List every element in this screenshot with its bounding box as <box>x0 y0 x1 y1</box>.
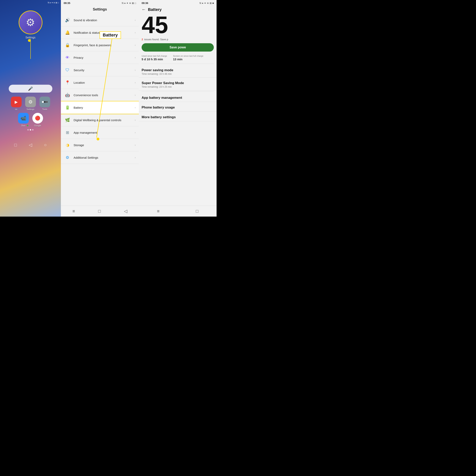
app-row-2: 📹 Duo 🔴 Google <box>18 113 43 127</box>
convenience-icon: 🤖 <box>64 92 71 98</box>
additional-label: Additional Settings <box>74 156 135 159</box>
fingerprint-chevron: › <box>135 43 136 47</box>
battery-bottom-nav: ≡ □ <box>139 206 217 217</box>
home-screen: N ♦ ✦ ≋ ⊠ □ ⚙ Settings 🎤 ▶ os ⚙ Set <box>0 0 61 217</box>
settings-item-security[interactable]: 🛡 Security › <box>61 64 139 76</box>
settings-item-battery[interactable]: 🔋 Battery › <box>61 101 139 114</box>
settings-time: 09:35 <box>64 1 70 5</box>
app-os-icon: ▶ <box>11 97 22 107</box>
mic-icon[interactable]: 🎤 <box>28 86 33 91</box>
settings-item-sound[interactable]: 🔊 Sound & vibration › <box>61 14 139 26</box>
home-status-bar: N ♦ ✦ ≋ ⊠ □ <box>0 0 61 5</box>
battery-nav-home[interactable]: □ <box>196 209 198 214</box>
page-dot-2 <box>30 129 31 131</box>
settings-item-privacy[interactable]: 👁 Privacy › <box>61 51 139 64</box>
apps-icon: ⊞ <box>64 129 71 136</box>
save-power-label: Save powe <box>170 46 186 49</box>
location-label: Location <box>74 81 135 84</box>
settings-item-wellbeing[interactable]: 🌿 Digital Wellbeing & parental controls … <box>61 114 139 126</box>
search-bar[interactable]: 🎤 <box>9 85 52 93</box>
app-google[interactable]: 🔴 Google <box>32 113 43 127</box>
fingerprint-label: Fingerprint, face & password <box>74 43 135 47</box>
back-button[interactable]: ← <box>142 7 146 12</box>
battery-status-bar: 09:36 N ♦ ✦ ≋ ⊠ ■ <box>139 0 217 5</box>
settings-item-additional[interactable]: ⚙ Additional Settings › <box>61 151 139 164</box>
super-saving-subtitle: Time remaining: 23 h 25 min <box>142 85 214 88</box>
page-indicators <box>27 129 34 131</box>
battery-divider-1 <box>142 64 214 64</box>
settings-screen: 09:35 N ♦ ✦ ≋ ⊠ □ Settings Battery 🔊 Sou… <box>61 0 139 217</box>
battery-menu-power-saving[interactable]: Power saving mode Time remaining: 15 h 4… <box>139 65 217 78</box>
battery-menu-more-settings[interactable]: More battery settings <box>139 112 217 121</box>
privacy-chevron: › <box>135 56 136 59</box>
storage-chevron: › <box>135 143 136 147</box>
sound-label: Sound & vibration <box>74 18 135 22</box>
battery-chevron: › <box>135 106 136 109</box>
additional-icon: ⚙ <box>64 154 71 161</box>
battery-menu-super-saving[interactable]: Super Power Saving Mode Time remaining: … <box>139 78 217 90</box>
home-nav-back[interactable]: ◁ <box>29 142 32 148</box>
security-icon: 🛡 <box>64 67 71 73</box>
page-dot-1 <box>27 129 29 131</box>
save-power-button[interactable]: Save powe <box>142 43 214 51</box>
settings-status-icons: N ♦ ✦ ≋ ⊠ □ <box>122 2 136 5</box>
battery-page-header: ← Battery <box>139 5 217 13</box>
home-content: ⚙ Settings 🎤 ▶ os ⚙ Settings <box>0 5 61 148</box>
apps-label: App management <box>74 131 135 134</box>
security-chevron: › <box>135 68 136 72</box>
stat1-value: 5 d 10 h 35 min <box>142 57 167 61</box>
battery-menu-app-management[interactable]: App battery management <box>139 92 217 102</box>
wellbeing-icon: 🌿 <box>64 117 71 123</box>
convenience-chevron: › <box>135 93 136 97</box>
battery-yellow-dot <box>97 138 99 140</box>
location-icon: 📍 <box>64 79 71 86</box>
duo-badge <box>27 125 28 126</box>
battery-status-icons: N ♦ ✦ ≋ ⊠ ■ <box>200 2 214 5</box>
battery-menu-phone-usage[interactable]: Phone battery usage <box>139 102 217 112</box>
more-settings-title: More battery settings <box>142 115 214 119</box>
home-nav-square[interactable]: □ <box>14 142 17 148</box>
privacy-icon: 👁 <box>64 54 71 61</box>
app-tools[interactable]: Tools <box>39 97 50 110</box>
sound-chevron: › <box>135 18 136 22</box>
settings-item-storage[interactable]: ◑ Storage › <box>61 139 139 151</box>
settings-app-circle[interactable]: ⚙ <box>19 11 42 34</box>
settings-item-location[interactable]: 📍 Location › <box>61 76 139 89</box>
app-duo[interactable]: 📹 Duo <box>18 113 29 127</box>
settings-item-apps[interactable]: ⊞ App management › <box>61 126 139 139</box>
stat2-value: 13 min <box>173 57 203 61</box>
stat-screen-on: Screen on since last full charge 13 min <box>173 55 203 61</box>
settings-nav-back[interactable]: ◁ <box>124 209 127 214</box>
power-saving-title: Power saving mode <box>142 68 214 72</box>
settings-nav-menu[interactable]: ≡ <box>72 209 75 214</box>
issues-count: 2 <box>142 38 143 41</box>
sound-icon: 🔊 <box>64 17 71 23</box>
battery-percentage: 45 <box>139 13 217 37</box>
app-duo-icon: 📹 <box>18 113 29 124</box>
battery-page-title: Battery <box>148 7 162 12</box>
settings-item-fingerprint[interactable]: 🔒 Fingerprint, face & password › <box>61 39 139 51</box>
home-nav-circle[interactable]: ○ <box>44 142 47 148</box>
stat1-label: Used since last full charge <box>142 55 167 57</box>
app-os[interactable]: ▶ os <box>11 97 22 110</box>
battery-icon: 🔋 <box>64 104 71 111</box>
notification-icon: 🔔 <box>64 29 71 36</box>
settings-item-convenience[interactable]: 🤖 Convenience tools › <box>61 89 139 101</box>
home-bottom-nav: □ ◁ ○ <box>14 142 47 148</box>
storage-label: Storage <box>74 143 135 147</box>
app-settings-icon: ⚙ <box>25 97 36 107</box>
settings-bottom-nav: ≡ □ ◁ <box>61 206 139 217</box>
battery-time: 09:36 <box>142 1 148 5</box>
app-settings[interactable]: ⚙ Settings <box>25 97 36 110</box>
stat-since-charge: Used since last full charge 5 d 10 h 35 … <box>142 55 167 61</box>
super-saving-title: Super Power Saving Mode <box>142 81 214 85</box>
settings-nav-home[interactable]: □ <box>98 209 101 214</box>
location-chevron: › <box>135 81 136 84</box>
wellbeing-chevron: › <box>135 119 136 121</box>
app-tools-label: Tools <box>42 108 47 110</box>
home-status-icons: N ♦ ✦ ≋ ⊠ □ <box>48 1 59 4</box>
settings-app-label: Settings <box>25 36 35 39</box>
battery-nav-menu[interactable]: ≡ <box>157 209 159 214</box>
convenience-label: Convenience tools <box>74 93 135 97</box>
notification-chevron: › <box>135 31 136 34</box>
